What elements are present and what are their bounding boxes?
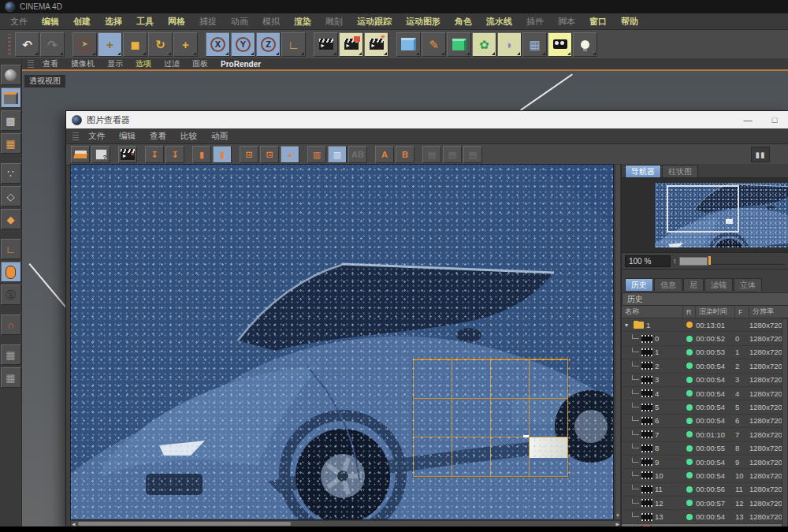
camera-button[interactable]: [548, 32, 572, 57]
main-menu-item[interactable]: 动画: [224, 16, 255, 28]
texture-mode-button[interactable]: ▩: [1, 110, 21, 131]
column-header-frame[interactable]: F: [735, 306, 749, 318]
history-row[interactable]: 0 00:00:52 0 1280x720: [622, 332, 788, 345]
render-settings-button[interactable]: [364, 32, 388, 57]
panel-tab[interactable]: 滤镜: [704, 278, 733, 291]
snap-button[interactable]: Ⓢ: [1, 285, 21, 305]
history-row[interactable]: 10 00:00:54 10 1280x720: [622, 469, 788, 482]
viewport-solo-button[interactable]: [1, 262, 21, 282]
main-menu-item[interactable]: 渲染: [287, 16, 318, 28]
panel-tab[interactable]: 层: [683, 278, 704, 291]
cache-settings-button[interactable]: ▮: [213, 146, 232, 163]
enable-axis-button[interactable]: ∟: [1, 239, 21, 259]
main-menu-item[interactable]: 编辑: [35, 16, 66, 28]
last-used-tool-move[interactable]: +: [173, 32, 198, 57]
expand-arrow-icon[interactable]: ▾: [625, 322, 631, 329]
main-menu-item[interactable]: 网格: [161, 16, 192, 28]
history-scrollbar[interactable]: [782, 318, 788, 532]
main-menu-item[interactable]: 模拟: [255, 16, 287, 28]
history-row[interactable]: 12 00:00:57 12 1280x720: [622, 497, 788, 510]
pause-icon[interactable]: ▮▮: [751, 147, 770, 162]
maximize-button[interactable]: □: [763, 111, 786, 128]
viewport-menu-item[interactable]: 查看: [36, 58, 65, 69]
workplane-mode-button[interactable]: ▦: [1, 133, 21, 154]
panel-tab[interactable]: 立体: [734, 278, 762, 291]
model-mode-button[interactable]: [1, 87, 21, 108]
panel-tab[interactable]: 信息: [654, 278, 682, 291]
main-menu-item[interactable]: 帮助: [614, 16, 645, 28]
layers-button[interactable]: ▤: [443, 146, 462, 163]
zoom-slider-thumb[interactable]: [679, 257, 708, 266]
ab-swap-button[interactable]: ▥: [307, 146, 326, 163]
column-header-name[interactable]: 名称: [622, 306, 683, 318]
picture-viewer-menu-item[interactable]: 动画: [204, 131, 235, 142]
history-row[interactable]: 1 00:00:53 1 1280x720: [622, 346, 788, 359]
render-image[interactable]: [70, 164, 614, 520]
main-menu-item[interactable]: 选择: [98, 16, 129, 28]
polygon-mode-button[interactable]: ◆: [1, 209, 21, 229]
coordinate-system-button[interactable]: ∟: [281, 32, 306, 57]
history-row[interactable]: 2 00:00:54 2 1280x720: [622, 359, 788, 373]
zoom-stepper-icon[interactable]: ↕: [673, 257, 677, 265]
filter-button[interactable]: ▤: [422, 146, 441, 163]
lock-z-axis-button[interactable]: Z: [256, 32, 281, 57]
viewport-menu-item[interactable]: 过滤: [158, 58, 186, 69]
main-menu-item[interactable]: 雕刻: [318, 16, 350, 28]
picture-viewer-menu-item[interactable]: 文件: [81, 131, 112, 142]
drag-handle-icon[interactable]: [28, 60, 34, 68]
magnet-snap-button[interactable]: ∩: [1, 314, 21, 335]
history-row[interactable]: 3 00:00:54 3 1280x720: [622, 374, 788, 387]
move-tool[interactable]: +: [98, 32, 122, 57]
main-menu-item[interactable]: 角色: [448, 16, 479, 28]
scrollbar-thumb[interactable]: [78, 522, 291, 526]
viewport-menu-item[interactable]: 摄像机: [65, 58, 101, 69]
navigator-thumbnail[interactable]: [655, 183, 788, 247]
drag-handle-icon[interactable]: [72, 132, 79, 140]
render-to-picture-viewer-button[interactable]: [339, 32, 363, 57]
open-image-button[interactable]: [71, 146, 90, 163]
viewport-menu-item[interactable]: 面板: [186, 58, 214, 69]
main-menu-item[interactable]: 捕捉: [192, 16, 224, 28]
viewport-menu-item[interactable]: 选项: [129, 58, 158, 69]
copy-image-to-a-button[interactable]: ↧: [145, 146, 164, 163]
floor-button[interactable]: ▦: [522, 32, 547, 57]
image-vertical-scrollbar[interactable]: ▼: [615, 164, 621, 520]
live-selection-tool[interactable]: ➤: [72, 32, 97, 57]
add-cube-button[interactable]: [396, 32, 421, 57]
stereo-button[interactable]: ▤: [463, 146, 482, 163]
spline-pen-button[interactable]: ✎: [422, 32, 446, 57]
main-menu-item[interactable]: 流水线: [479, 16, 519, 28]
scale-tool[interactable]: ◼: [123, 32, 147, 57]
main-menu-item[interactable]: 文件: [3, 16, 35, 28]
deformers-button[interactable]: ◗: [497, 32, 522, 57]
navigator-tab[interactable]: 导航器: [625, 165, 661, 177]
history-row[interactable]: ▾ 1 00:13:01 1280x720: [622, 318, 788, 332]
make-editable-button[interactable]: [1, 65, 21, 85]
history-row[interactable]: 9 00:00:54 9 1280x720: [622, 456, 788, 469]
compare-a-button[interactable]: ⊡: [240, 146, 258, 163]
viewport-menu-item[interactable]: ProRender: [214, 60, 267, 69]
viewport-menu-item[interactable]: 显示: [101, 58, 129, 69]
picture-viewer-menu-item[interactable]: 编辑: [112, 131, 143, 142]
history-row[interactable]: 11 00:00:56 11 1280x720: [622, 483, 788, 497]
navigator-tab[interactable]: 柱状图: [662, 165, 698, 177]
compare-b-button[interactable]: ⊡: [260, 146, 279, 163]
picture-viewer-menu-item[interactable]: 查看: [143, 131, 173, 142]
panel-tab[interactable]: 历史: [625, 278, 653, 291]
ab-label-button[interactable]: AB: [348, 146, 367, 163]
column-header-rendertime[interactable]: 渲染时间: [696, 306, 735, 318]
picture-viewer-titlebar[interactable]: 图片查看器 — □: [66, 111, 788, 128]
picture-viewer-menu-item[interactable]: 比较: [173, 131, 204, 142]
copy-image-to-b-button[interactable]: ↧: [165, 146, 184, 163]
clear-images-button[interactable]: [118, 146, 137, 163]
main-menu-item[interactable]: 创建: [66, 16, 98, 28]
history-row[interactable]: 7 00:01:10 7 1280x720: [622, 428, 788, 441]
render-view-button[interactable]: [314, 32, 338, 57]
main-menu-item[interactable]: 插件: [519, 16, 551, 28]
column-header-resolution[interactable]: 分辨率: [749, 306, 788, 318]
zoom-slider[interactable]: [679, 256, 787, 266]
compare-ab-button[interactable]: ◕: [281, 146, 299, 163]
main-menu-item[interactable]: 运动跟踪: [350, 16, 399, 28]
main-menu-item[interactable]: 工具: [129, 16, 161, 28]
save-image-button[interactable]: [91, 146, 110, 163]
